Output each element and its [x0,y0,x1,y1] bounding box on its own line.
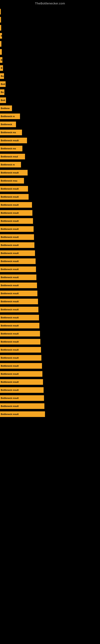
bar-label-43: Bottleneck result [1,356,19,359]
bar-label-48: Bottleneck result [1,397,19,399]
bar-row: Bottleneck result [0,370,100,378]
bar-label-31: Bottleneck result [1,260,19,262]
bar-43: Bottleneck result [0,355,41,361]
bar-row: Bottleneck result [0,362,100,370]
bars-container: BBBBoBottBoBottBottleneBottleneck reBott… [0,6,100,420]
bar-row: Bottleneck result [0,233,100,241]
bar-row: Bottleneck result [0,354,100,362]
bar-label-15: Bottleneck res [1,131,16,134]
bar-label-42: Bottleneck result [1,348,19,351]
bar-50: Bottleneck result [0,411,45,417]
bar-37: Bottleneck result [0,307,38,312]
bar-32: Bottleneck result [0,266,36,272]
bar-0 [0,9,1,14]
bar-3: B [0,33,2,39]
bar-1 [0,17,1,22]
bar-label-25: Bottleneck result [1,212,19,214]
bar-row: B [0,32,100,40]
bar-23: Bottleneck result [0,194,29,200]
bar-39: Bottleneck result [0,323,39,328]
bar-label-34: Bottleneck result [1,284,19,286]
bar-row: Bottleneck resu [0,177,100,184]
bar-20: Bottleneck result [0,170,28,176]
bar-row: Bo [0,88,100,96]
bar-label-16: Bottleneck result [1,139,19,142]
bar-row: B [0,64,100,72]
bar-row: Bottleneck [0,120,100,128]
bar-row: Bottleneck result [0,378,100,386]
bar-label-40: Bottleneck result [1,332,19,335]
bar-4 [0,41,1,47]
bar-row: Bottleneck result [0,338,100,346]
bar-label-11: Bott [1,99,5,102]
bar-row: Bottleneck result [0,346,100,354]
bar-label-49: Bottleneck result [1,405,19,407]
bar-label-26: Bottleneck result [1,220,19,222]
bar-row: B [0,56,100,64]
bar-47: Bottleneck result [0,387,44,393]
bar-15: Bottleneck res [0,130,22,135]
bar-8: Bo [0,73,4,79]
bar-7: B [0,65,3,71]
bar-48: Bottleneck result [0,395,44,401]
bar-label-47: Bottleneck result [1,389,19,391]
bar-label-37: Bottleneck result [1,308,19,311]
bar-row: Bottleneck resul [0,153,100,160]
bar-label-21: Bottleneck resu [1,180,17,182]
bar-22: Bottleneck result [0,186,28,192]
bar-row [0,16,100,24]
bar-row: Bottleneck result [0,386,100,394]
bar-41: Bottleneck result [0,339,40,344]
bar-row: Bottleneck result [0,394,100,402]
bar-label-27: Bottleneck result [1,228,19,230]
bar-label-39: Bottleneck result [1,324,19,327]
bar-row: Bottleneck result [0,274,100,281]
bar-35: Bottleneck result [0,290,37,296]
bar-10: Bo [0,89,4,95]
bar-38: Bottleneck result [0,315,39,320]
bar-row: Bottleneck result [0,169,100,176]
bar-19: Bottleneck re [0,162,21,168]
bar-40: Bottleneck result [0,331,40,336]
bar-label-7: B [1,67,2,69]
bar-row: Bottleneck result [0,241,100,249]
bar-row: Bott [0,96,100,104]
bar-label-32: Bottleneck result [1,268,19,270]
bar-row: Bottleneck result [0,266,100,273]
bar-label-17: Bottleneck res [1,147,16,150]
bar-5 [0,49,2,55]
bar-36: Bottleneck result [0,299,38,304]
bar-row: Bottlene [0,104,100,112]
bar-49: Bottleneck result [0,403,44,409]
bar-label-33: Bottleneck result [1,276,19,278]
bar-12: Bottlene [0,106,12,111]
bar-16: Bottleneck result [0,138,27,143]
bar-row: Bo [0,72,100,80]
bar-row: Bottleneck result [0,314,100,322]
bar-31: Bottleneck result [0,258,36,264]
bar-42: Bottleneck result [0,347,41,352]
bar-label-19: Bottleneck re [1,164,15,166]
bar-label-6: B [1,59,2,61]
bar-28: Bottleneck result [0,234,34,240]
bar-row [0,40,100,48]
bar-row: Bottleneck result [0,193,100,201]
bar-label-24: Bottleneck result [1,204,19,206]
bar-row: Bottleneck result [0,209,100,217]
bar-label-35: Bottleneck result [1,292,19,295]
bar-label-14: Bottleneck [1,123,12,126]
bar-label-18: Bottleneck resul [1,155,18,158]
bar-label-22: Bottleneck result [1,188,19,190]
bar-label-50: Bottleneck result [1,413,19,416]
bar-label-20: Bottleneck result [1,172,19,174]
bar-21: Bottleneck resu [0,178,24,184]
bar-row: Bottleneck result [0,322,100,330]
bar-label-41: Bottleneck result [1,340,19,343]
bar-label-12: Bottlene [1,107,10,110]
bar-row [0,8,100,16]
bar-24: Bottleneck result [0,202,32,208]
bar-row: Bott [0,80,100,88]
bar-45: Bottleneck result [0,371,42,377]
bar-9: Bott [0,81,6,87]
bar-33: Bottleneck result [0,274,36,280]
